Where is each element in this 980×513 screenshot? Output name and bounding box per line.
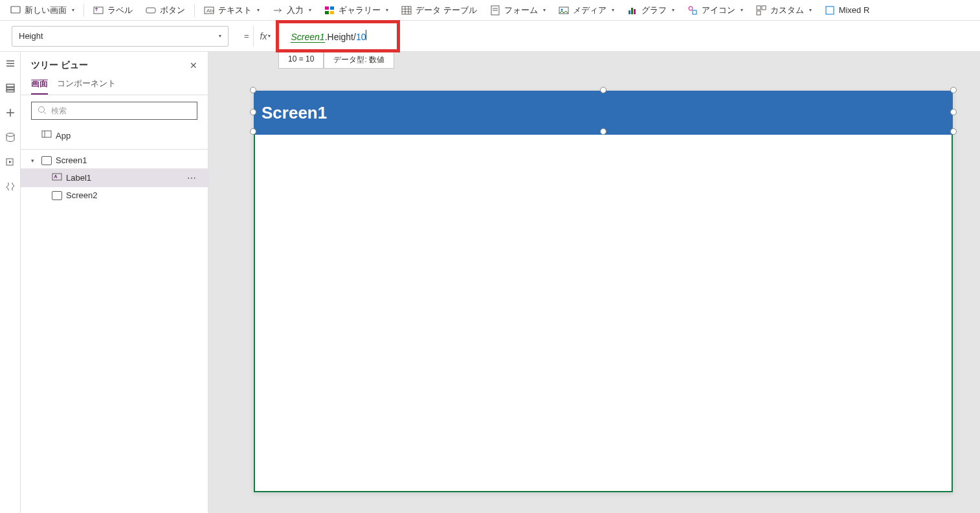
- insert-chart-label: グラフ: [641, 5, 667, 16]
- resize-handle[interactable]: [950, 109, 957, 115]
- rail-tools-icon[interactable]: [4, 180, 17, 193]
- svg-rect-31: [6, 84, 14, 87]
- chevron-down-icon: ▾: [72, 7, 74, 13]
- property-name: Height: [19, 31, 43, 41]
- chevron-down-icon: ▾: [219, 33, 221, 39]
- rail-insert-icon[interactable]: [4, 106, 17, 119]
- toolbar-separator: [84, 4, 84, 17]
- property-selector[interactable]: Height ▾: [12, 26, 228, 47]
- label1-control[interactable]: Screen1: [254, 91, 953, 135]
- tree-tabs: 画面 コンポーネント: [21, 78, 208, 95]
- tree-node-screen1[interactable]: ▾ Screen1: [21, 152, 208, 168]
- chevron-down-icon: ▾: [672, 7, 674, 13]
- formula-hint-row: 10 = 10 データ型: 数値: [278, 52, 394, 69]
- insert-gallery-label: ギャラリー: [339, 5, 381, 16]
- tree-node-label: Screen1: [56, 155, 87, 165]
- input-icon: [273, 5, 283, 16]
- resize-handle[interactable]: [250, 109, 256, 115]
- insert-gallery-button[interactable]: ギャラリー ▾: [318, 2, 395, 19]
- chevron-down-icon: ▾: [543, 7, 546, 13]
- resize-handle[interactable]: [950, 87, 957, 93]
- svg-point-38: [39, 106, 45, 112]
- insert-media-label: メディア: [573, 5, 607, 16]
- rail-media-icon[interactable]: [4, 155, 17, 168]
- svg-text:Abc: Abc: [206, 8, 214, 14]
- tree-view-header: ツリー ビュー ✕: [21, 58, 208, 78]
- svg-point-22: [689, 6, 693, 10]
- svg-rect-8: [330, 11, 334, 14]
- close-icon[interactable]: ✕: [190, 60, 197, 71]
- rail-hamburger-icon[interactable]: [4, 57, 17, 70]
- insert-form-button[interactable]: フォーム ▾: [484, 2, 552, 19]
- tree-view-panel: ツリー ビュー ✕ 画面 コンポーネント 検索 App ▾ S: [21, 52, 208, 513]
- custom-icon: [756, 5, 766, 16]
- rail-treeview-icon[interactable]: [4, 82, 17, 95]
- formula-input[interactable]: Screen1.Height/10: [278, 21, 980, 52]
- new-screen-button[interactable]: 新しい画面 ▾: [4, 2, 81, 19]
- insert-text-label: テキスト: [218, 5, 252, 16]
- formula-text: Screen1.Height/10: [278, 30, 366, 43]
- insert-input-button[interactable]: 入力 ▾: [266, 2, 318, 19]
- svg-rect-20: [631, 8, 633, 14]
- insert-datatable-button[interactable]: データ テーブル: [395, 2, 484, 19]
- formula-number: 10: [356, 32, 366, 42]
- insert-button-button[interactable]: ボタン: [139, 2, 192, 19]
- tab-components[interactable]: コンポーネント: [57, 78, 116, 95]
- resize-handle[interactable]: [250, 128, 256, 135]
- svg-rect-5: [325, 6, 329, 10]
- resize-handle[interactable]: [600, 87, 607, 93]
- insert-media-button[interactable]: メディア ▾: [552, 2, 621, 19]
- insert-icon-button[interactable]: アイコン ▾: [681, 2, 750, 19]
- canvas-area[interactable]: Screen1: [208, 52, 980, 513]
- fx-button[interactable]: fx ▾: [253, 26, 278, 47]
- svg-rect-2: [146, 8, 155, 13]
- left-rail: [0, 52, 21, 513]
- insert-custom-button[interactable]: カスタム ▾: [750, 2, 818, 19]
- resize-handle[interactable]: [250, 87, 256, 93]
- fx-label: fx: [260, 31, 267, 41]
- chevron-down-icon: ▾: [809, 7, 812, 13]
- tree-search-wrap: 検索: [21, 95, 208, 126]
- tree-search-input[interactable]: 検索: [31, 102, 197, 120]
- insert-mixed-label: Mixed R: [839, 5, 870, 15]
- chevron-down-icon: ▾: [612, 7, 614, 13]
- tree-node-label: App: [56, 131, 71, 141]
- chevron-down-icon: ▾: [268, 33, 271, 39]
- screen-frame[interactable]: Screen1: [254, 91, 953, 492]
- screen-icon: [41, 156, 52, 165]
- formula-property: .Height/: [325, 32, 356, 42]
- tree-node-label1[interactable]: Label1: [21, 168, 208, 187]
- insert-datatable-label: データ テーブル: [416, 5, 477, 16]
- screen-icon: [10, 5, 21, 16]
- insert-chart-button[interactable]: グラフ ▾: [621, 2, 681, 19]
- svg-point-36: [6, 133, 14, 137]
- chevron-down-icon: ▾: [386, 7, 388, 13]
- resize-handle[interactable]: [950, 128, 957, 135]
- svg-rect-24: [757, 6, 761, 10]
- chevron-down-icon: ▾: [741, 7, 743, 13]
- insert-text-button[interactable]: Abc テキスト ▾: [197, 2, 266, 19]
- svg-rect-0: [11, 6, 20, 13]
- formula-type-hint: データ型: 数値: [324, 52, 394, 69]
- search-icon: [37, 105, 47, 117]
- insert-mixed-button[interactable]: Mixed R: [818, 3, 876, 18]
- insert-label-button[interactable]: ラベル: [87, 2, 139, 19]
- tree-node-label: Screen2: [66, 190, 97, 200]
- svg-rect-26: [757, 11, 761, 15]
- svg-rect-19: [629, 10, 630, 14]
- chart-icon: [627, 5, 638, 16]
- tab-screens[interactable]: 画面: [31, 78, 48, 95]
- label1-text: Screen1: [262, 103, 327, 123]
- tree-view-title: ツリー ビュー: [31, 60, 88, 71]
- tree-node-screen2[interactable]: Screen2: [21, 187, 208, 203]
- resize-handle[interactable]: [600, 128, 607, 135]
- svg-rect-23: [693, 10, 696, 14]
- insert-label-text: ラベル: [107, 5, 133, 16]
- label-icon: [93, 5, 104, 16]
- svg-rect-7: [325, 11, 329, 14]
- tree-node-app[interactable]: App: [21, 126, 208, 145]
- insert-input-label: 入力: [287, 5, 304, 16]
- chevron-down-icon: ▾: [257, 7, 260, 13]
- toolbar-separator: [194, 4, 195, 17]
- rail-data-icon[interactable]: [4, 131, 17, 144]
